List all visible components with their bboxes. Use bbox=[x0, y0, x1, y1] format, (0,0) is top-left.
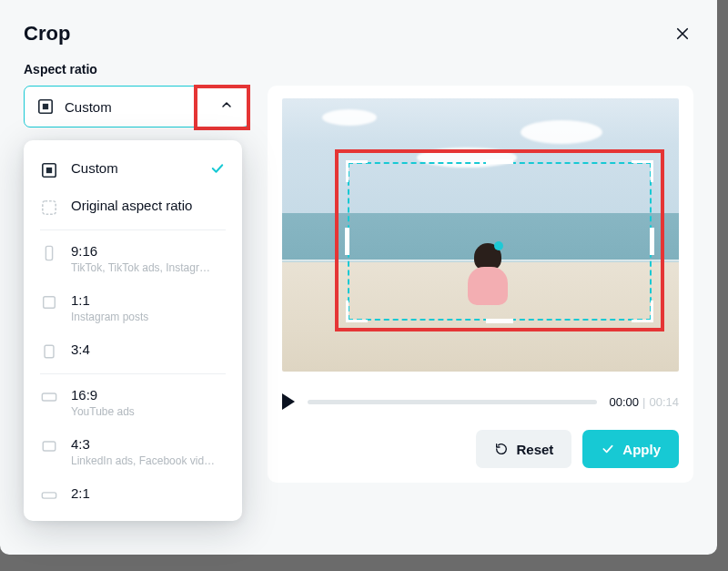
option-subtitle: YouTube ads bbox=[71, 405, 217, 418]
video-progress[interactable] bbox=[308, 400, 597, 404]
check-icon bbox=[209, 160, 226, 177]
aspect-option-2-1[interactable]: 2:1 bbox=[24, 476, 242, 514]
custom-aspect-icon bbox=[37, 98, 54, 115]
chevron-up-icon bbox=[219, 97, 234, 116]
svg-rect-10 bbox=[42, 493, 56, 498]
option-subtitle: Instagram posts bbox=[71, 311, 217, 323]
option-label: 9:16 bbox=[71, 243, 226, 260]
option-label: 4:3 bbox=[71, 436, 226, 453]
aspect-ratio-label: Aspect ratio bbox=[24, 62, 693, 76]
ratio-2-1-icon bbox=[40, 486, 58, 505]
aspect-option-9-16[interactable]: 9:16 TikTok, TikTok ads, Instagr… bbox=[24, 234, 242, 283]
time-current: 00:00 bbox=[610, 395, 640, 409]
svg-rect-4 bbox=[43, 201, 56, 214]
aspect-option-1-1[interactable]: 1:1 Instagram posts bbox=[24, 283, 242, 332]
aspect-option-original[interactable]: Original aspect ratio bbox=[24, 189, 242, 226]
aspect-option-16-9[interactable]: 16:9 YouTube ads bbox=[24, 378, 242, 427]
aspect-option-custom[interactable]: Custom bbox=[24, 151, 242, 189]
aspect-ratio-select[interactable]: Custom bbox=[24, 86, 249, 127]
aspect-option-3-4[interactable]: 3:4 bbox=[24, 332, 242, 370]
play-button[interactable] bbox=[282, 393, 295, 410]
svg-rect-6 bbox=[44, 297, 56, 309]
aspect-ratio-selected: Custom bbox=[65, 99, 236, 115]
preview-panel: 00:00|00:14 Reset Apply bbox=[268, 86, 693, 483]
option-subtitle: TikTok, TikTok ads, Instagr… bbox=[71, 261, 217, 274]
aspect-option-4-3[interactable]: 4:3 LinkedIn ads, Facebook vid… bbox=[24, 427, 242, 476]
option-label: 3:4 bbox=[71, 342, 226, 358]
divider bbox=[40, 229, 226, 230]
option-label: 16:9 bbox=[71, 387, 226, 403]
custom-aspect-icon bbox=[40, 161, 58, 179]
modal-title: Crop bbox=[24, 22, 70, 46]
video-preview[interactable] bbox=[282, 98, 679, 372]
highlight-annotation bbox=[335, 149, 664, 331]
ratio-3-4-icon bbox=[40, 342, 58, 361]
reset-label: Reset bbox=[516, 442, 553, 457]
option-label: 1:1 bbox=[71, 292, 226, 309]
ratio-1-1-icon bbox=[40, 293, 58, 311]
option-label: 2:1 bbox=[71, 485, 226, 502]
video-time: 00:00|00:14 bbox=[610, 395, 679, 409]
close-button[interactable] bbox=[672, 23, 693, 45]
ratio-16-9-icon bbox=[40, 388, 58, 406]
original-aspect-icon bbox=[40, 199, 58, 217]
footer-actions: Reset Apply bbox=[282, 430, 679, 468]
svg-rect-3 bbox=[46, 168, 52, 173]
divider bbox=[40, 373, 226, 374]
svg-rect-9 bbox=[43, 442, 56, 451]
svg-rect-1 bbox=[43, 104, 48, 109]
reset-button[interactable]: Reset bbox=[476, 430, 571, 468]
option-label: Custom bbox=[71, 160, 197, 177]
ratio-4-3-icon bbox=[40, 437, 58, 455]
check-icon bbox=[601, 442, 615, 456]
modal-header: Crop bbox=[24, 22, 693, 46]
close-icon bbox=[674, 25, 691, 42]
apply-label: Apply bbox=[622, 442, 661, 457]
aspect-ratio-dropdown: Custom Original aspect ratio bbox=[24, 140, 242, 521]
svg-rect-8 bbox=[42, 393, 56, 401]
ratio-9-16-icon bbox=[40, 244, 58, 262]
time-duration: 00:14 bbox=[649, 395, 679, 409]
reset-icon bbox=[494, 442, 509, 456]
option-label: Original aspect ratio bbox=[71, 198, 226, 214]
option-subtitle: LinkedIn ads, Facebook vid… bbox=[71, 454, 217, 467]
svg-rect-5 bbox=[46, 246, 52, 260]
apply-button[interactable]: Apply bbox=[582, 430, 679, 468]
crop-modal: Crop Aspect ratio Custom bbox=[0, 0, 717, 555]
svg-rect-7 bbox=[45, 345, 54, 358]
video-controls: 00:00|00:14 bbox=[282, 393, 679, 410]
